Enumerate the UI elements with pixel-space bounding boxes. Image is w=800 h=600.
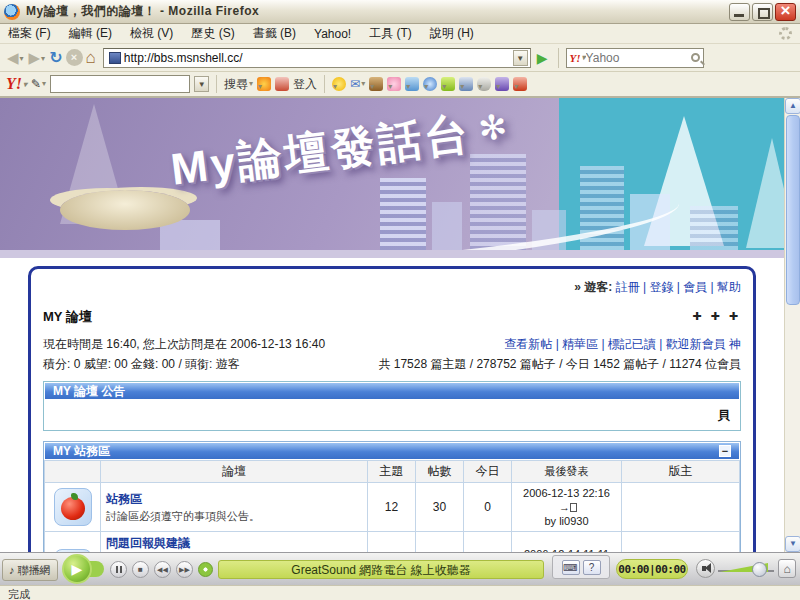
mail-icon[interactable]: ✉: [350, 77, 365, 91]
finance-chart-icon[interactable]: [459, 77, 473, 91]
login-button[interactable]: 登入: [293, 76, 317, 93]
status-bar: 完成: [0, 585, 800, 600]
page-content: My論壇發話台✻ » 遊客: 註冊 | 登錄 | 會員 | 幫助 MY 論壇 ✚…: [0, 98, 784, 552]
quick-links[interactable]: 查看新帖 | 精華區 | 標記已讀 | 歡迎新會員 神: [504, 336, 741, 353]
smiley-icon[interactable]: [332, 77, 346, 91]
guest-label: » 遊客:: [574, 280, 612, 294]
login-door-icon[interactable]: [275, 77, 289, 91]
yahoo-toolbar-search-input[interactable]: [50, 75, 190, 93]
posts-count: 2712: [416, 532, 464, 553]
target-icon[interactable]: [257, 77, 271, 91]
player-home-button[interactable]: ⌂: [778, 559, 796, 578]
col-topics: 主題: [368, 461, 416, 483]
reload-button[interactable]: ↻: [49, 48, 62, 67]
table-row: 問題回報與建議 對於論壇有任何建議與批評或是任何疑難雜症皆可在此反應提出。 子論…: [45, 532, 740, 553]
collapse-button[interactable]: −: [719, 445, 731, 457]
minimize-button[interactable]: [729, 3, 750, 21]
lastpost-author[interactable]: by li0930: [517, 514, 616, 528]
toolbar-separator: [324, 75, 325, 93]
keyboard-icon[interactable]: ⌨: [562, 560, 580, 575]
menu-tools[interactable]: 工具 (T): [369, 25, 412, 42]
previous-track-button[interactable]: ◀◀: [154, 561, 171, 578]
menu-bookmarks[interactable]: 書籤 (B): [253, 25, 296, 42]
auction-icon[interactable]: [369, 77, 383, 91]
guest-links[interactable]: 註冊 | 登錄 | 會員 | 幫助: [616, 280, 741, 294]
menu-view[interactable]: 檢視 (V): [130, 25, 173, 42]
announcement-header: MY 論壇 公告: [44, 382, 740, 400]
answers-icon[interactable]: [423, 77, 437, 91]
url-dropdown-button[interactable]: ▼: [513, 50, 528, 66]
photos-icon[interactable]: [405, 77, 419, 91]
forum-box: » 遊客: 註冊 | 登錄 | 會員 | 幫助 MY 論壇 ✚ ✚ ✚ 現在時間…: [28, 266, 756, 552]
menu-yahoo[interactable]: Yahoo!: [314, 27, 351, 41]
banner-bottom-strip: [0, 250, 784, 258]
announcement-title: MY 論壇 公告: [53, 383, 125, 400]
section-header: MY 站務區 −: [44, 442, 740, 460]
shopping-icon[interactable]: [441, 77, 455, 91]
stop-button[interactable]: ×: [66, 49, 83, 66]
volume-slider-knob[interactable]: [752, 562, 767, 577]
announcement-panel: MY 論壇 公告 貝: [43, 381, 741, 431]
messenger-icon[interactable]: [387, 77, 401, 91]
home-button[interactable]: ⌂: [86, 48, 96, 68]
yahoo-toolbar: Y! ✎ ▼ 搜尋 登入 ✉: [0, 72, 800, 98]
table-row: 站務區 討論區必須遵守的事項與公告。 12 30 0 2006-12-13 22…: [45, 483, 740, 532]
today-count: 0: [464, 483, 512, 532]
yahoo-search-input[interactable]: [586, 51, 691, 65]
moderators: [622, 483, 740, 532]
goto-newpost-icon[interactable]: →: [559, 500, 577, 514]
play-button[interactable]: ▶: [62, 554, 92, 584]
restore-button[interactable]: [752, 3, 773, 21]
next-track-button[interactable]: ▶▶: [176, 561, 193, 578]
section-title[interactable]: MY 站務區: [53, 443, 110, 460]
yahoo-search-box: Y!: [566, 48, 704, 68]
network-tab[interactable]: ♪ 聯播網: [2, 559, 58, 581]
topics-count: 12: [368, 483, 416, 532]
scroll-up-button[interactable]: ▲: [785, 98, 800, 114]
volume-speaker-icon[interactable]: [696, 559, 715, 578]
scrollbar-thumb[interactable]: [786, 115, 800, 305]
eraser-icon[interactable]: [477, 77, 491, 91]
col-icon: [45, 461, 101, 483]
pause-button[interactable]: [110, 561, 127, 578]
menu-edit[interactable]: 編輯 (E): [69, 25, 112, 42]
go-button[interactable]: ▶: [537, 50, 548, 66]
forum-link[interactable]: 站務區: [106, 491, 362, 508]
banner-title-text: My論壇發話台: [168, 108, 474, 193]
navigation-toolbar: ◀ ▶ ↻ × ⌂ ▼ ▶ Y!: [0, 44, 800, 72]
toolbar-search-dropdown-button[interactable]: ▼: [194, 76, 209, 92]
menu-history[interactable]: 歷史 (S): [191, 25, 234, 42]
moderators[interactable]: 小美女, alee: [622, 532, 740, 553]
score-line: 積分: 0 威望: 00 金錢: 00 / 頭銜: 遊客: [43, 356, 240, 373]
menu-help[interactable]: 說明 (H): [430, 25, 474, 42]
url-input[interactable]: [124, 51, 513, 65]
stop-media-button[interactable]: ■: [132, 561, 149, 578]
pencil-icon[interactable]: ✎: [31, 77, 46, 91]
today-count: 6: [464, 532, 512, 553]
url-bar: ▼: [103, 48, 531, 68]
deco-crosses: ✚ ✚ ✚: [692, 310, 741, 323]
firecracker-icon[interactable]: [513, 77, 527, 91]
vertical-scrollbar[interactable]: ▲ ▼: [784, 98, 800, 552]
window-title: My論壇，我們的論壇！ - Mozilla Firefox: [26, 3, 259, 20]
music-note-icon: ♪: [9, 564, 15, 576]
col-lastpost: 最後發表: [512, 461, 622, 483]
help-icon[interactable]: ?: [583, 560, 601, 575]
title-bar: My論壇，我們的論壇！ - Mozilla Firefox: [0, 0, 800, 24]
back-button[interactable]: ◀: [6, 49, 25, 67]
time-display: 00:00|00:00: [616, 559, 688, 579]
banner-title: My論壇發話台✻: [168, 99, 514, 199]
rainbow-chair-seat: [60, 190, 190, 230]
menu-file[interactable]: 檔案 (F): [8, 25, 51, 42]
yahoo-logo-icon[interactable]: Y!: [6, 75, 27, 93]
forum-link[interactable]: 問題回報與建議: [106, 535, 362, 552]
search-button[interactable]: 搜尋: [224, 76, 253, 93]
search-magnifier-icon[interactable]: [691, 53, 700, 62]
games-icon[interactable]: [495, 77, 509, 91]
scroll-down-button[interactable]: ▼: [785, 536, 800, 552]
tree-shape: [746, 138, 784, 248]
firefox-icon: [4, 4, 20, 20]
forward-button[interactable]: ▶: [28, 49, 47, 67]
yahoo-search-engine-icon[interactable]: Y!: [570, 52, 586, 64]
close-button[interactable]: [775, 3, 796, 21]
